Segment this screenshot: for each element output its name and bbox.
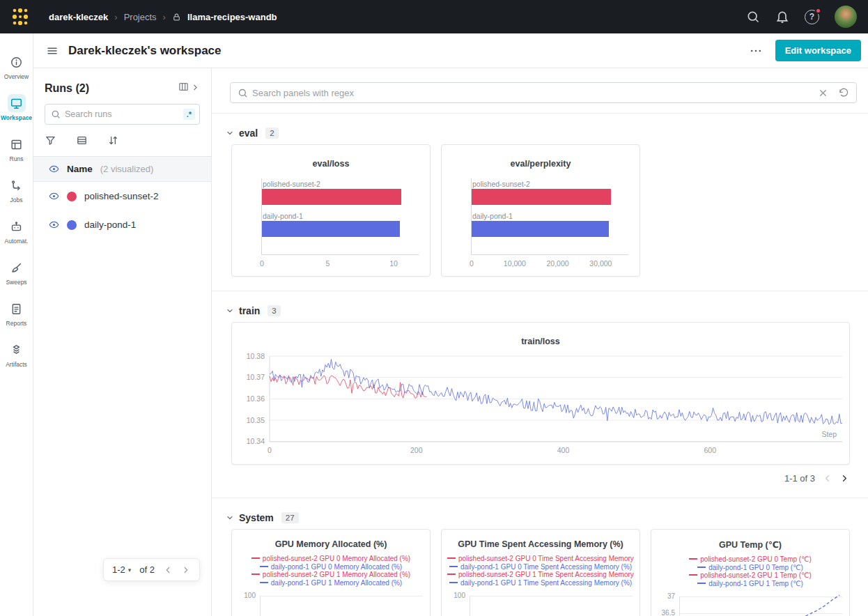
- panel-train-loss[interactable]: train/loss 10.3810.3710.3610.3510.340200…: [231, 322, 850, 465]
- visibility-eye-icon[interactable]: [49, 191, 59, 201]
- group-icon[interactable]: [76, 134, 88, 146]
- clear-search-icon[interactable]: [818, 88, 828, 98]
- columns-icon[interactable]: [178, 81, 189, 95]
- panel-search-box: [230, 82, 857, 103]
- svg-text:10.37: 10.37: [247, 373, 265, 381]
- page-title: Darek-kleczek's workspace: [68, 44, 222, 58]
- section-eval: eval 2 eval/loss polished-sunset-2daily-…: [212, 114, 868, 291]
- panel-gpu-time-accessing-memory[interactable]: GPU Time Spent Accessing Memory (%) poli…: [441, 529, 640, 616]
- sidebar-item-sweeps[interactable]: Sweeps: [0, 254, 33, 295]
- section-train: train 3 train/loss 10.3810.3710.3610.351…: [212, 291, 868, 498]
- next-page-button[interactable]: [181, 565, 191, 575]
- svg-text:Step: Step: [821, 430, 837, 438]
- robot-icon: [8, 217, 26, 236]
- svg-text:10.35: 10.35: [247, 416, 265, 424]
- table-icon: [8, 135, 26, 153]
- legend-entry: polished-sunset-2 GPU 1 Memory Allocated…: [238, 571, 424, 579]
- next-page-button[interactable]: [839, 473, 850, 484]
- chevron-down-icon: [226, 129, 234, 137]
- section-eval-header[interactable]: eval 2: [226, 128, 850, 139]
- history-undo-icon[interactable]: [838, 87, 849, 98]
- panel-gpu-memory-allocated[interactable]: GPU Memory Allocated (%) polished-sunset…: [231, 529, 431, 616]
- runs-search-box: .*: [45, 104, 200, 125]
- legend-entry: daily-pond-1 GPU 0 Memory Allocated (%): [238, 563, 424, 571]
- sidebar-item-artifacts[interactable]: Artifacts: [0, 337, 33, 378]
- chart-title: GPU Memory Allocated (%): [232, 539, 430, 549]
- legend-entry: polished-sunset-2 GPU 1 Temp (℃): [657, 571, 844, 580]
- legend-dash-icon: [447, 573, 456, 575]
- run-row-polished-sunset-2[interactable]: polished-sunset-2: [33, 182, 211, 210]
- legend-dash-icon: [697, 567, 706, 568]
- search-icon: [238, 88, 248, 98]
- chevron-down-icon: [226, 514, 234, 522]
- breadcrumb-project[interactable]: llama-recipes-wandb: [187, 12, 277, 22]
- search-icon: [51, 109, 61, 119]
- search-runs-input[interactable]: [65, 109, 183, 119]
- runs-sidebar: Runs (2) .*: [33, 68, 212, 616]
- svg-text:10.34: 10.34: [247, 437, 265, 445]
- wandb-app: darek-kleczek › Projects › llama-recipes…: [0, 0, 868, 616]
- panel-gpu-temp[interactable]: GPU Temp (℃) polished-sunset-2 GPU 0 Tem…: [651, 529, 850, 616]
- broom-icon: [8, 259, 26, 277]
- pagination-total: of 2: [139, 564, 155, 575]
- help-icon[interactable]: ?: [805, 10, 819, 24]
- legend-dash-icon: [251, 557, 260, 559]
- sidebar-item-automations[interactable]: Automat.: [0, 213, 33, 254]
- prev-page-button[interactable]: [822, 473, 832, 484]
- sidebar-item-reports[interactable]: Reports: [0, 295, 33, 337]
- run-row-daily-pond-1[interactable]: daily-pond-1: [33, 210, 211, 239]
- sidebar-item-runs[interactable]: Runs: [0, 131, 33, 172]
- panel-count-badge: 27: [281, 512, 299, 523]
- breadcrumb-user[interactable]: darek-kleczek: [49, 12, 108, 22]
- panel-eval-perplexity[interactable]: eval/perplexity polished-sunset-2daily-p…: [441, 144, 640, 277]
- expand-table-chevron-icon[interactable]: [191, 82, 200, 95]
- legend-entry: polished-sunset-2 GPU 0 Temp (℃): [657, 555, 844, 564]
- wandb-logo-icon[interactable]: [11, 8, 29, 26]
- panel-eval-loss[interactable]: eval/loss polished-sunset-2daily-pond-10…: [231, 144, 431, 277]
- sidebar-item-workspace[interactable]: Workspace: [0, 90, 33, 131]
- prev-page-button[interactable]: [163, 565, 173, 575]
- mini-plot: 100: [447, 591, 634, 616]
- search-panels-input[interactable]: [252, 88, 818, 98]
- breadcrumb-separator: ›: [163, 12, 166, 22]
- legend-dash-icon: [260, 566, 268, 567]
- visibility-eye-icon[interactable]: [49, 220, 59, 230]
- avatar[interactable]: [835, 6, 857, 28]
- section-system-header[interactable]: System 27: [226, 512, 850, 523]
- run-name[interactable]: daily-pond-1: [84, 220, 136, 230]
- chart-title: GPU Temp (℃): [651, 539, 849, 550]
- legend-entry: polished-sunset-2 GPU 0 Time Spent Acces…: [447, 555, 634, 563]
- notification-dot: [815, 8, 821, 14]
- legend-entry: polished-sunset-2 GPU 0 Memory Allocated…: [238, 555, 424, 563]
- pagination-label: 1-1 of 3: [784, 473, 815, 484]
- chart-title: eval/perplexity: [442, 159, 640, 169]
- run-name[interactable]: polished-sunset-2: [84, 191, 159, 201]
- search-icon[interactable]: [746, 10, 760, 24]
- visibility-eye-icon[interactable]: [49, 164, 59, 174]
- bell-icon[interactable]: [775, 10, 789, 24]
- legend-entry: daily-pond-1 GPU 1 Time Spent Accessing …: [447, 579, 634, 587]
- chevron-down-icon: [226, 307, 234, 315]
- legend-dash-icon: [449, 566, 458, 567]
- page-size-dropdown[interactable]: 1-2 ▾: [112, 564, 131, 575]
- breadcrumb-projects[interactable]: Projects: [124, 12, 157, 22]
- section-system: System 27 GPU Memory Allocated (%) polis…: [212, 498, 868, 616]
- sidebar-item-overview[interactable]: Overview: [0, 49, 33, 90]
- filter-funnel-icon[interactable]: [45, 134, 56, 146]
- lock-icon: [172, 13, 181, 22]
- sidebar-item-jobs[interactable]: Jobs: [0, 172, 33, 213]
- regex-toggle[interactable]: .*: [183, 109, 195, 120]
- section-train-header[interactable]: train 3: [226, 305, 850, 316]
- breadcrumb: darek-kleczek › Projects › llama-recipes…: [49, 12, 277, 22]
- name-column-header[interactable]: Name: [67, 164, 93, 174]
- overflow-menu-icon[interactable]: [749, 44, 763, 58]
- legend-dash-icon: [449, 582, 458, 583]
- edit-workspace-button[interactable]: Edit workspace: [775, 40, 861, 61]
- hamburger-menu-icon[interactable]: [46, 45, 59, 57]
- legend-entry: daily-pond-1 GPU 0 Time Spent Accessing …: [447, 563, 634, 571]
- chart-legend: polished-sunset-2 GPU 0 Temp (℃)daily-po…: [651, 555, 849, 587]
- chart-title: train/loss: [232, 337, 849, 346]
- bar-chart: polished-sunset-2daily-pond-1010,00020,0…: [471, 178, 628, 255]
- legend-dash-icon: [447, 557, 456, 559]
- sort-icon[interactable]: [107, 134, 119, 146]
